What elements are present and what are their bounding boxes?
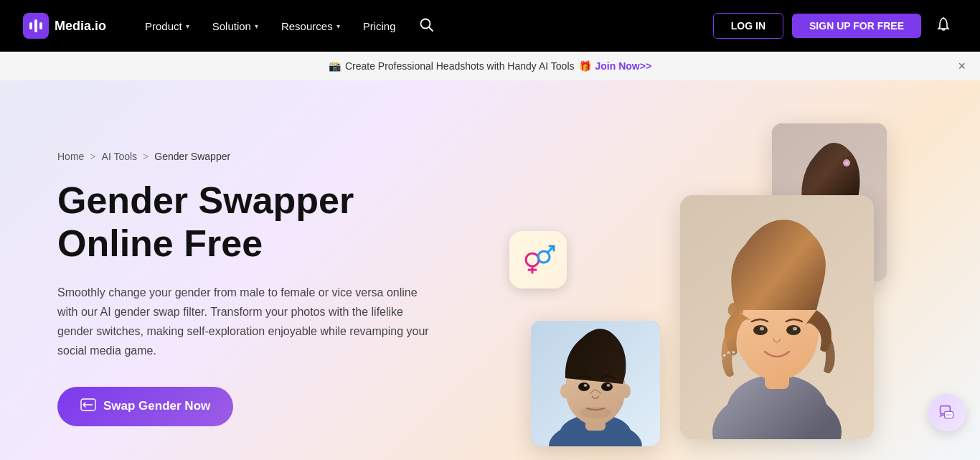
swap-icon bbox=[80, 398, 96, 415]
breadcrumb-home[interactable]: Home bbox=[57, 151, 84, 162]
hero-content: Home > AI Tools > Gender Swapper Gender … bbox=[57, 151, 488, 426]
nav-item-product[interactable]: Product ▾ bbox=[135, 14, 199, 38]
breadcrumb-sep-1: > bbox=[90, 151, 95, 162]
hero-section: Home > AI Tools > Gender Swapper Gender … bbox=[0, 80, 980, 460]
svg-point-18 bbox=[753, 325, 768, 335]
breadcrumb: Home > AI Tools > Gender Swapper bbox=[57, 151, 488, 162]
svg-point-38 bbox=[578, 382, 590, 391]
search-icon[interactable] bbox=[409, 11, 443, 41]
hero-description: Smoothly change your gender from male to… bbox=[57, 283, 430, 361]
svg-rect-1 bbox=[34, 19, 37, 32]
svg-line-4 bbox=[429, 27, 433, 31]
svg-point-41 bbox=[607, 384, 611, 387]
svg-point-8 bbox=[526, 253, 539, 266]
nav-item-resources[interactable]: Resources ▾ bbox=[271, 14, 350, 38]
nav-item-pricing[interactable]: Pricing bbox=[353, 14, 406, 38]
svg-point-5 bbox=[943, 17, 944, 19]
svg-point-42 bbox=[580, 407, 611, 418]
logo[interactable]: Media.io bbox=[23, 13, 106, 39]
photo-woman-main bbox=[680, 195, 874, 439]
chevron-down-icon: ▾ bbox=[336, 22, 340, 30]
chat-widget-button[interactable] bbox=[928, 394, 966, 431]
signup-button[interactable]: SIGN UP FOR FREE bbox=[792, 14, 921, 38]
gender-icon-card bbox=[509, 231, 567, 288]
svg-point-36 bbox=[560, 384, 570, 398]
navbar: Media.io Product ▾ Solution ▾ Resources … bbox=[0, 0, 980, 52]
svg-point-21 bbox=[793, 327, 797, 331]
svg-marker-43 bbox=[743, 361, 749, 370]
chevron-down-icon: ▾ bbox=[255, 22, 258, 30]
logo-icon bbox=[23, 13, 49, 39]
svg-point-46 bbox=[946, 414, 948, 416]
svg-point-48 bbox=[950, 414, 951, 416]
nav-links: Product ▾ Solution ▾ Resources ▾ Pricing bbox=[135, 11, 713, 41]
swap-arrow-decoration bbox=[710, 339, 753, 382]
page-title: Gender Swapper Online Free bbox=[57, 179, 488, 266]
photo-man bbox=[531, 321, 660, 446]
bell-icon[interactable] bbox=[930, 14, 957, 39]
hero-images: ✦ bbox=[488, 109, 923, 460]
breadcrumb-sep-2: > bbox=[143, 151, 149, 162]
announcement-bar: 📸 Create Professional Headshots with Han… bbox=[0, 52, 980, 80]
breadcrumb-current: Gender Swapper bbox=[154, 151, 230, 162]
svg-point-40 bbox=[584, 384, 588, 387]
nav-right: LOG IN SIGN UP FOR FREE bbox=[713, 13, 957, 39]
svg-text:✦: ✦ bbox=[844, 159, 849, 167]
svg-rect-2 bbox=[39, 22, 42, 29]
svg-point-19 bbox=[786, 325, 801, 335]
join-now-link[interactable]: Join Now>> bbox=[595, 60, 652, 72]
gift-emoji: 🎁 bbox=[579, 60, 591, 72]
svg-point-39 bbox=[601, 382, 613, 391]
breadcrumb-ai-tools[interactable]: AI Tools bbox=[102, 151, 138, 162]
svg-point-37 bbox=[621, 384, 631, 398]
svg-rect-0 bbox=[29, 22, 32, 29]
logo-text: Media.io bbox=[55, 19, 106, 34]
swap-gender-button[interactable]: Swap Gender Now bbox=[57, 387, 233, 426]
login-button[interactable]: LOG IN bbox=[713, 13, 783, 39]
svg-point-20 bbox=[760, 327, 764, 331]
close-announcement-button[interactable]: × bbox=[958, 59, 966, 74]
chevron-down-icon: ▾ bbox=[186, 22, 189, 30]
announcement-text: Create Professional Headshots with Handy… bbox=[345, 60, 575, 72]
cta-label: Swap Gender Now bbox=[103, 399, 210, 413]
svg-point-47 bbox=[948, 414, 950, 416]
nav-item-solution[interactable]: Solution ▾ bbox=[202, 14, 268, 38]
camera-emoji: 📸 bbox=[329, 60, 341, 72]
